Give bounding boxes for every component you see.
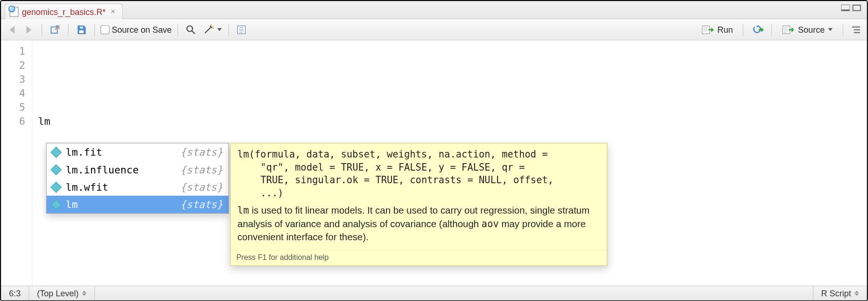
autocomplete-item-name: lm.fit — [66, 146, 102, 158]
file-tab-label: genomics_r_basics.R* — [22, 7, 106, 16]
source-label: Source — [798, 25, 825, 34]
autocomplete-item-name: lm — [66, 199, 78, 210]
minimize-pane-button[interactable] — [841, 5, 850, 11]
function-icon — [50, 199, 62, 210]
svg-point-3 — [187, 26, 192, 31]
save-button[interactable] — [74, 22, 89, 37]
line-number: 2 — [1, 58, 25, 72]
line-number: 6 — [1, 114, 25, 128]
svg-rect-2 — [80, 26, 83, 29]
r-file-icon — [9, 7, 18, 17]
cursor-position[interactable]: 6:3 — [1, 286, 29, 300]
code-line[interactable] — [38, 100, 867, 114]
autocomplete-item-pkg: {stats} — [180, 181, 223, 193]
function-icon — [50, 147, 62, 158]
autocomplete-list[interactable]: lm.fit{stats}lm.influence{stats}lm.wfit{… — [46, 143, 229, 214]
code-tools-button[interactable] — [202, 22, 223, 37]
tooltip-code-lm: lm — [238, 205, 249, 216]
tooltip-signature: lm(formula, data, subset, weights, na.ac… — [231, 143, 607, 203]
line-gutter: 123456 — [1, 41, 32, 286]
svg-point-7 — [210, 24, 211, 25]
file-type-selector[interactable]: R Script — [813, 286, 867, 300]
code-line[interactable] — [38, 58, 867, 72]
file-tab[interactable]: genomics_r_basics.R* × — [5, 3, 123, 19]
code-line[interactable] — [38, 44, 867, 58]
line-number: 5 — [1, 100, 25, 114]
editor-toolbar: Source on Save Run Source — [1, 19, 867, 41]
autocomplete-item-pkg: {stats} — [180, 164, 223, 175]
autocomplete-item-name: lm.influence — [66, 164, 139, 175]
autocomplete-popup: lm.fit{stats}lm.influence{stats}lm.wfit{… — [46, 143, 608, 266]
run-icon — [702, 25, 714, 34]
status-spacer — [95, 286, 813, 300]
maximize-pane-button[interactable] — [852, 5, 861, 11]
tooltip-footer: Press F1 for additional help — [231, 250, 607, 265]
outline-button[interactable] — [849, 22, 863, 37]
svg-rect-1 — [79, 30, 84, 33]
chevron-down-icon — [217, 28, 222, 31]
code-line[interactable] — [38, 72, 867, 86]
line-number: 3 — [1, 72, 25, 86]
chevron-down-icon — [828, 28, 833, 31]
code-line[interactable]: lm — [38, 114, 867, 128]
updown-icon — [854, 291, 859, 296]
source-button[interactable]: Source — [778, 23, 837, 36]
rstudio-source-pane: genomics_r_basics.R* × Source on Save — [0, 0, 868, 301]
tab-bar: genomics_r_basics.R* × — [1, 1, 867, 19]
show-in-new-window-button[interactable] — [48, 22, 62, 37]
compile-report-button[interactable] — [235, 22, 249, 37]
nav-back-button[interactable] — [5, 22, 19, 37]
source-on-save-checkbox[interactable] — [100, 25, 109, 34]
svg-point-6 — [213, 27, 214, 28]
run-label: Run — [717, 25, 733, 34]
autocomplete-item[interactable]: lm.wfit{stats} — [47, 178, 229, 195]
source-on-save-label: Source on Save — [112, 25, 171, 34]
close-tab-icon[interactable]: × — [109, 8, 117, 16]
autocomplete-tooltip: lm(formula, data, subset, weights, na.ac… — [230, 143, 607, 266]
code-editor[interactable]: 123456 lm lm.fit{stats}lm.influence{stat… — [1, 41, 867, 286]
autocomplete-item-name: lm.wfit — [66, 181, 108, 193]
updown-icon — [82, 291, 87, 296]
autocomplete-item-pkg: {stats} — [180, 199, 223, 210]
autocomplete-item[interactable]: lm.influence{stats} — [47, 161, 229, 178]
function-icon — [50, 181, 62, 193]
svg-line-4 — [192, 31, 195, 34]
source-icon — [782, 25, 794, 34]
autocomplete-item[interactable]: lm{stats} — [47, 196, 229, 213]
scope-selector[interactable]: (Top Level) — [29, 286, 95, 300]
run-button[interactable]: Run — [697, 23, 737, 36]
rerun-button[interactable] — [749, 23, 766, 36]
status-bar: 6:3 (Top Level) R Script — [1, 286, 867, 300]
find-button[interactable] — [183, 22, 198, 37]
tooltip-code-aov: aov — [482, 218, 499, 229]
pane-window-controls — [841, 5, 861, 11]
svg-point-5 — [211, 26, 212, 27]
nav-forward-button[interactable] — [21, 22, 36, 37]
function-icon — [50, 164, 62, 175]
autocomplete-item[interactable]: lm.fit{stats} — [47, 143, 229, 161]
line-number: 1 — [1, 44, 25, 58]
autocomplete-item-pkg: {stats} — [180, 146, 223, 158]
tooltip-description: lm is used to fit linear models. It can … — [231, 203, 607, 250]
line-number: 4 — [1, 86, 25, 100]
code-line[interactable] — [38, 86, 867, 100]
